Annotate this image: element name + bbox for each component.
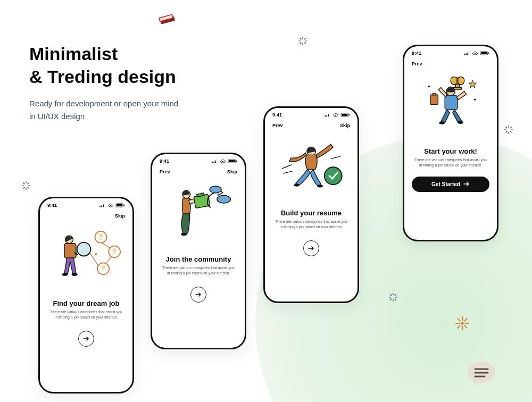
svg-point-56 [77, 242, 91, 256]
svg-line-30 [390, 299, 392, 300]
svg-rect-50 [117, 204, 122, 206]
svg-rect-72 [236, 160, 237, 162]
nav-row: Prev Skip [152, 166, 245, 178]
svg-line-29 [395, 299, 396, 300]
sparkle-icon [504, 125, 513, 135]
skip-button[interactable]: Skip [227, 169, 237, 174]
svg-rect-100 [433, 93, 435, 95]
cta-label: Get Started [431, 181, 460, 187]
svg-point-96 [458, 121, 463, 124]
next-button[interactable] [78, 331, 94, 347]
heading-sub2: in UI/UX design [29, 112, 85, 121]
sparkle-icon [388, 292, 398, 302]
svg-line-86 [283, 171, 293, 174]
svg-line-13 [28, 187, 29, 188]
status-time: 9:41 [47, 203, 57, 208]
status-icons [98, 203, 125, 207]
skip-button[interactable]: Skip [115, 213, 125, 219]
card-description: There are various categories that assist… [265, 219, 358, 230]
svg-point-77 [217, 195, 231, 203]
prev-button[interactable]: Prev [272, 123, 283, 128]
heading-line1: Minimalist [29, 44, 118, 64]
svg-point-54 [62, 273, 68, 276]
svg-line-14 [23, 187, 24, 188]
status-icons [323, 113, 350, 117]
prev-button[interactable]: Prev [412, 61, 422, 66]
svg-rect-98 [453, 87, 461, 89]
svg-line-65 [102, 243, 110, 248]
svg-rect-91 [481, 52, 487, 54]
get-started-button[interactable]: Get Started [412, 177, 489, 192]
chat-bubble-icon [466, 359, 497, 389]
heading-subtitle: Ready for development or open your mind … [29, 97, 178, 123]
onboarding-illustration-trophy [404, 70, 497, 144]
status-bar: 9:41 [152, 154, 245, 166]
status-bar: 9:41 [265, 108, 358, 120]
status-icons [211, 159, 237, 163]
svg-rect-94 [445, 95, 458, 110]
svg-line-22 [506, 131, 507, 132]
next-button[interactable] [303, 240, 319, 256]
svg-point-68 [95, 253, 97, 255]
heading-line2: & Treding design [29, 66, 176, 87]
svg-rect-97 [455, 85, 459, 87]
svg-line-38 [458, 325, 460, 328]
status-bar: 9:41 [404, 46, 497, 58]
svg-line-21 [510, 131, 511, 132]
status-bar: 9:41 [40, 198, 132, 210]
svg-line-5 [304, 43, 305, 44]
svg-point-48 [110, 205, 111, 206]
svg-line-66 [106, 256, 112, 264]
svg-line-36 [458, 319, 460, 321]
svg-line-85 [282, 165, 292, 169]
svg-point-88 [325, 167, 342, 185]
hero-heading: Minimalist & Treding design Ready for de… [29, 43, 178, 123]
svg-rect-92 [488, 52, 489, 54]
svg-line-7 [304, 38, 305, 39]
svg-rect-51 [123, 204, 124, 206]
svg-point-69 [222, 161, 223, 162]
svg-line-15 [28, 183, 29, 184]
svg-line-6 [300, 43, 301, 44]
svg-line-67 [90, 253, 98, 266]
svg-line-20 [506, 127, 507, 128]
book-icon [157, 12, 179, 31]
card-title: Find your dream job [40, 296, 132, 309]
svg-point-101 [428, 86, 430, 88]
svg-point-84 [317, 185, 323, 187]
svg-point-83 [294, 183, 300, 186]
svg-rect-71 [229, 160, 235, 162]
card-description: There are various categories that assist… [404, 157, 497, 168]
svg-line-87 [331, 156, 340, 159]
svg-line-39 [464, 319, 467, 321]
skip-button[interactable]: Skip [340, 123, 350, 128]
svg-rect-81 [348, 114, 350, 115]
svg-point-62 [112, 248, 116, 252]
svg-point-102 [474, 98, 476, 100]
svg-line-12 [23, 183, 24, 184]
prev-button[interactable]: Prev [160, 169, 170, 174]
nav-row: Skip [40, 210, 132, 222]
sparkle-icon [21, 181, 31, 190]
svg-line-4 [300, 38, 301, 39]
svg-line-23 [510, 127, 511, 128]
onboarding-illustration-hero [265, 131, 358, 206]
svg-point-74 [181, 233, 187, 236]
card-description: There are various categories that assist… [40, 309, 132, 320]
status-icons [463, 51, 489, 55]
card-title: Build your resume [265, 206, 358, 219]
svg-line-28 [390, 295, 392, 296]
svg-point-95 [439, 121, 445, 124]
sparkle-icon-accent [455, 316, 469, 330]
onboarding-illustration-search [40, 222, 132, 296]
card-title: Join the community [152, 252, 245, 265]
heading-title: Minimalist & Treding design [29, 43, 178, 88]
next-button[interactable] [190, 287, 206, 303]
svg-rect-99 [430, 95, 438, 104]
svg-point-64 [101, 265, 105, 269]
onboarding-illustration-upload [152, 178, 245, 252]
status-time: 9:41 [412, 51, 421, 56]
status-time: 9:41 [160, 158, 169, 164]
nav-row: Prev Skip [265, 120, 358, 131]
svg-rect-80 [342, 114, 347, 116]
